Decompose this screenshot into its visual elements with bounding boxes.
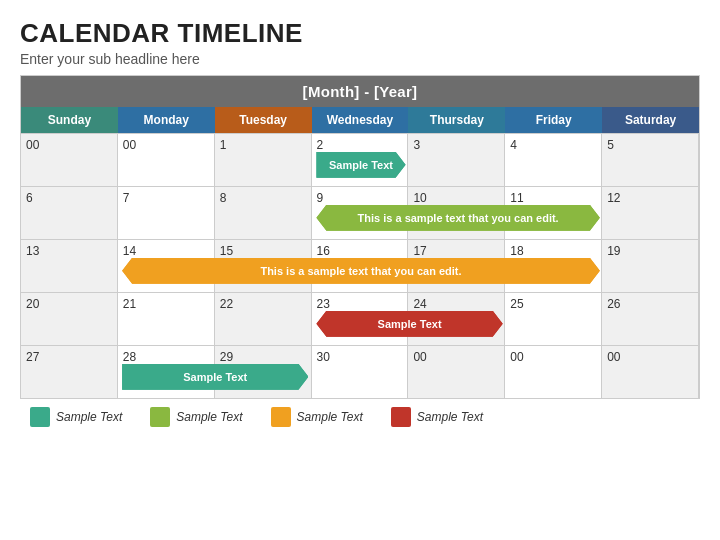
- calendar-cell: 5: [602, 134, 699, 186]
- calendar-cell: 00: [505, 346, 602, 398]
- day-header-wednesday: Wednesday: [312, 107, 409, 133]
- calendar-cell: 00: [118, 134, 215, 186]
- cell-number: 4: [510, 138, 517, 152]
- cell-number: 24: [413, 297, 426, 311]
- event-banner-e5: Sample Text: [122, 364, 308, 390]
- day-header-friday: Friday: [505, 107, 602, 133]
- calendar-cell: 30: [312, 346, 409, 398]
- cell-number: 00: [123, 138, 136, 152]
- legend-item-orange: Sample Text: [271, 407, 363, 427]
- calendar-cell: 00: [602, 346, 699, 398]
- cell-number: 16: [317, 244, 330, 258]
- cell-number: 00: [26, 138, 39, 152]
- day-header-sunday: Sunday: [21, 107, 118, 133]
- cell-number: 3: [413, 138, 420, 152]
- calendar-cell: 27: [21, 346, 118, 398]
- cell-number: 23: [317, 297, 330, 311]
- day-header-tuesday: Tuesday: [215, 107, 312, 133]
- event-banner-e3: This is a sample text that you can edit.: [122, 258, 600, 284]
- calendar-body: 000012345Sample TextSample Text678910111…: [21, 133, 699, 398]
- cell-number: 00: [413, 350, 426, 364]
- cell-number: 20: [26, 297, 39, 311]
- event-banner-e2: This is a sample text that you can edit.: [316, 205, 599, 231]
- calendar-cell: 13: [21, 240, 118, 292]
- cell-number: 19: [607, 244, 620, 258]
- day-header-thursday: Thursday: [408, 107, 505, 133]
- cell-number: 21: [123, 297, 136, 311]
- legend-label-red: Sample Text: [417, 410, 483, 424]
- cell-number: 10: [413, 191, 426, 205]
- calendar-cell: 8: [215, 187, 312, 239]
- cell-number: 6: [26, 191, 33, 205]
- cell-number: 5: [607, 138, 614, 152]
- cell-number: 25: [510, 297, 523, 311]
- legend: Sample TextSample TextSample TextSample …: [20, 407, 700, 427]
- cell-number: 28: [123, 350, 136, 364]
- legend-label-teal: Sample Text: [56, 410, 122, 424]
- calendar-cell: 19: [602, 240, 699, 292]
- cell-number: 22: [220, 297, 233, 311]
- cell-number: 15: [220, 244, 233, 258]
- calendar-cell: 6: [21, 187, 118, 239]
- cell-number: 26: [607, 297, 620, 311]
- calendar-wrapper: [Month] - [Year] SundayMondayTuesdayWedn…: [20, 75, 700, 399]
- calendar-cell: 26: [602, 293, 699, 345]
- cell-number: 7: [123, 191, 130, 205]
- cell-number: 9: [317, 191, 324, 205]
- legend-label-orange: Sample Text: [297, 410, 363, 424]
- calendar-header: [Month] - [Year]: [21, 76, 699, 107]
- page-title: CALENDAR TIMELINE: [20, 18, 700, 49]
- calendar-cell: 12: [602, 187, 699, 239]
- day-headers: SundayMondayTuesdayWednesdayThursdayFrid…: [21, 107, 699, 133]
- legend-item-teal: Sample Text: [30, 407, 122, 427]
- calendar-cell: 00: [21, 134, 118, 186]
- calendar-row-0: 000012345Sample TextSample Text: [21, 133, 699, 186]
- calendar-cell: 25: [505, 293, 602, 345]
- legend-label-green: Sample Text: [176, 410, 242, 424]
- cell-number: 18: [510, 244, 523, 258]
- event-banner-e4: Sample Text: [316, 311, 502, 337]
- cell-number: 17: [413, 244, 426, 258]
- calendar-row-3: 20212223242526Sample TextSample Text: [21, 292, 699, 345]
- cell-number: 11: [510, 191, 523, 205]
- legend-color-box-green: [150, 407, 170, 427]
- cell-number: 27: [26, 350, 39, 364]
- calendar-cell: 00: [408, 346, 505, 398]
- calendar-row-2: 13141516171819This is a sample text that…: [21, 239, 699, 292]
- cell-number: 00: [607, 350, 620, 364]
- page-subtitle: Enter your sub headline here: [20, 51, 700, 67]
- calendar-row-4: 27282930000000Sample TextSample Text: [21, 345, 699, 398]
- cell-number: 00: [510, 350, 523, 364]
- cell-number: 12: [607, 191, 620, 205]
- calendar-cell: 20: [21, 293, 118, 345]
- day-header-saturday: Saturday: [602, 107, 699, 133]
- cell-number: 8: [220, 191, 227, 205]
- calendar-cell: 22: [215, 293, 312, 345]
- cell-number: 2: [317, 138, 324, 152]
- legend-item-green: Sample Text: [150, 407, 242, 427]
- legend-color-box-orange: [271, 407, 291, 427]
- event-banner-e1: Sample Text: [316, 152, 405, 178]
- legend-color-box-red: [391, 407, 411, 427]
- cell-number: 29: [220, 350, 233, 364]
- legend-item-red: Sample Text: [391, 407, 483, 427]
- calendar-cell: 1: [215, 134, 312, 186]
- calendar-row-1: 6789101112This is a sample text that you…: [21, 186, 699, 239]
- cell-number: 14: [123, 244, 136, 258]
- calendar-cell: 4: [505, 134, 602, 186]
- calendar-cell: 3: [408, 134, 505, 186]
- legend-color-box-teal: [30, 407, 50, 427]
- calendar-cell: 7: [118, 187, 215, 239]
- cell-number: 30: [317, 350, 330, 364]
- cell-number: 1: [220, 138, 227, 152]
- day-header-monday: Monday: [118, 107, 215, 133]
- cell-number: 13: [26, 244, 39, 258]
- calendar-cell: 21: [118, 293, 215, 345]
